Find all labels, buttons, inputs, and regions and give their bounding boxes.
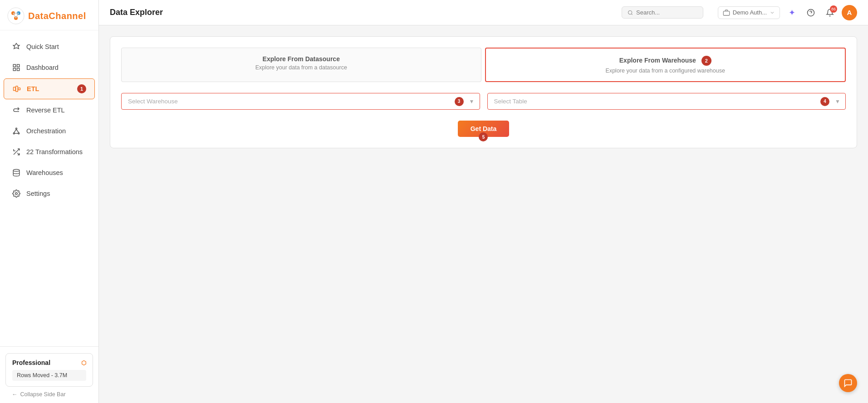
transformations-icon: [12, 147, 21, 156]
svg-rect-13: [18, 88, 20, 90]
svg-rect-26: [723, 11, 729, 15]
collapse-icon: ←: [12, 391, 18, 398]
warehouse-option-subtitle: Explore your data from a configured ware…: [497, 68, 834, 74]
sidebar-item-quick-start[interactable]: Quick Start: [4, 37, 95, 57]
sidebar-item-reverse-etl[interactable]: Reverse ETL: [4, 100, 95, 120]
plan-card: Professional ⬡ Rows Moved - 3.7M: [5, 353, 93, 387]
svg-rect-11: [14, 87, 16, 91]
logo-text: DataChannel: [28, 11, 86, 21]
warehouse-selector-wrap: Select Warehouse 3 ▼: [121, 93, 480, 110]
sidebar-item-settings[interactable]: Settings: [4, 184, 95, 204]
selectors-row: Select Warehouse 3 ▼ Select Table 4 ▼: [121, 93, 846, 110]
explore-options: Explore From Datasource Explore your dat…: [121, 48, 846, 82]
help-button[interactable]: [804, 5, 818, 20]
sidebar-item-label: Settings: [26, 190, 50, 197]
svg-point-22: [13, 170, 20, 172]
sidebar-item-label: ETL: [27, 85, 39, 92]
sidebar: DataChannel Quick Start Dashboard ETL 1: [0, 0, 99, 403]
chat-bubble-button[interactable]: [839, 374, 857, 392]
workspace-selector[interactable]: Demo Auth...: [718, 6, 780, 19]
page-title: Data Explorer: [110, 8, 163, 17]
plan-rows-moved: Rows Moved - 3.7M: [12, 370, 86, 381]
step-4-badge: 4: [820, 97, 829, 106]
plan-title: Professional ⬡: [12, 359, 86, 366]
step-3-badge: 3: [455, 97, 464, 106]
reverse-etl-icon: [12, 106, 21, 115]
sidebar-item-label: Reverse ETL: [26, 107, 65, 114]
chat-icon: [843, 379, 853, 388]
svg-rect-10: [17, 68, 20, 71]
sidebar-item-transformations[interactable]: 22 Transformations: [4, 142, 95, 162]
ai-button[interactable]: ✦: [785, 5, 799, 20]
svg-rect-8: [17, 64, 20, 67]
table-selector-wrap: Select Table 4 ▼: [487, 93, 846, 110]
datasource-option-subtitle: Explore your data from a datasource: [132, 64, 470, 71]
workspace-label: Demo Auth...: [733, 9, 767, 16]
rocket-icon: [12, 42, 21, 51]
search-icon: [628, 10, 633, 16]
logo-area: DataChannel: [0, 0, 98, 30]
sidebar-bottom: Professional ⬡ Rows Moved - 3.7M ← Colla…: [0, 346, 98, 403]
warehouse-select[interactable]: Select Warehouse: [121, 93, 480, 110]
get-data-button[interactable]: Get Data 5: [458, 121, 510, 137]
user-avatar[interactable]: A: [842, 5, 857, 20]
table-select[interactable]: Select Table: [487, 93, 846, 110]
svg-line-25: [631, 14, 632, 15]
step-5-badge: 5: [479, 132, 488, 141]
get-data-row: Get Data 5: [121, 121, 846, 137]
datasource-option-title: Explore From Datasource: [132, 55, 470, 63]
notification-button[interactable]: 86: [823, 5, 837, 20]
explore-datasource-option[interactable]: Explore From Datasource Explore your dat…: [121, 48, 481, 82]
sidebar-item-label: Orchestration: [26, 127, 66, 135]
sidebar-item-label: 22 Transformations: [26, 148, 83, 155]
svg-point-14: [16, 128, 17, 129]
etl-badge: 1: [77, 84, 86, 93]
briefcase-icon: [723, 9, 730, 16]
svg-point-23: [15, 193, 18, 195]
collapse-sidebar-button[interactable]: ← Collapse Side Bar: [5, 387, 93, 398]
external-link-icon[interactable]: ⬡: [81, 359, 86, 366]
main-area: Data Explorer Demo Auth... ✦ 86 A: [99, 0, 868, 403]
sidebar-item-label: Dashboard: [26, 64, 59, 71]
content-area: Explore From Datasource Explore your dat…: [99, 25, 868, 403]
search-box[interactable]: [622, 6, 703, 19]
warehouse-option-title: Explore From Warehouse 2: [497, 56, 834, 66]
sidebar-item-dashboard[interactable]: Dashboard: [4, 58, 95, 78]
svg-rect-9: [13, 68, 15, 71]
sidebar-item-label: Quick Start: [26, 43, 59, 50]
sidebar-item-orchestration[interactable]: Orchestration: [4, 121, 95, 141]
notification-count: 86: [830, 5, 837, 13]
question-icon: [807, 9, 815, 17]
sidebar-item-etl[interactable]: ETL 1: [4, 78, 95, 99]
settings-icon: [12, 189, 21, 198]
search-input[interactable]: [636, 9, 697, 16]
warehouses-icon: [12, 168, 21, 177]
svg-rect-12: [16, 86, 18, 92]
svg-point-0: [8, 8, 24, 24]
step-2-badge: 2: [701, 56, 711, 66]
svg-point-24: [628, 10, 632, 14]
sidebar-nav: Quick Start Dashboard ETL 1 Reverse ETL: [0, 30, 98, 346]
sidebar-item-label: Warehouses: [26, 169, 63, 176]
svg-line-18: [16, 129, 19, 133]
svg-rect-7: [13, 64, 15, 67]
explore-warehouse-option[interactable]: Explore From Warehouse 2 Explore your da…: [485, 48, 846, 82]
topbar: Data Explorer Demo Auth... ✦ 86 A: [99, 0, 868, 25]
grid-icon: [12, 63, 21, 72]
svg-line-17: [14, 129, 16, 133]
chevron-down-icon: [770, 10, 775, 15]
topbar-actions: Demo Auth... ✦ 86 A: [718, 5, 857, 20]
orchestration-icon: [12, 126, 21, 136]
etl-icon: [12, 84, 21, 93]
sidebar-item-warehouses[interactable]: Warehouses: [4, 163, 95, 183]
explorer-card: Explore From Datasource Explore your dat…: [110, 36, 857, 148]
logo-icon: [7, 7, 25, 24]
